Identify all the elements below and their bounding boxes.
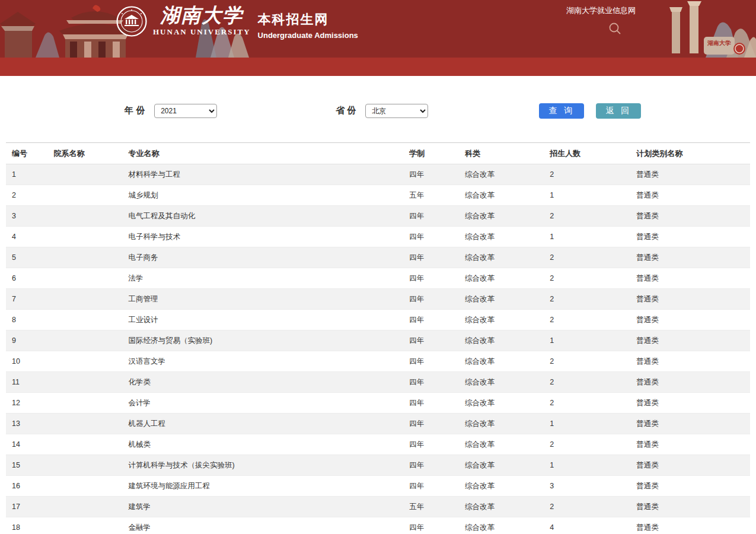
table-cell: 四年 — [403, 372, 459, 393]
table-cell — [48, 289, 123, 310]
table-cell: 工业设计 — [123, 310, 404, 330]
table-cell: 电子科学与技术 — [123, 227, 404, 247]
table-cell: 1 — [544, 185, 630, 206]
table-cell: 会计学 — [123, 393, 404, 414]
pillars-mountain-illustration-icon: 湖南大学 — [649, 0, 756, 58]
table-row: 17建筑学五年综合改革2普通类 — [6, 497, 750, 517]
table-cell: 综合改革 — [459, 414, 544, 434]
table-cell: 建筑学 — [123, 497, 404, 517]
table-cell: 综合改革 — [459, 476, 544, 497]
table-cell: 13 — [6, 414, 48, 434]
table-cell: 6 — [6, 268, 48, 289]
table-cell: 普通类 — [630, 517, 750, 534]
table-cell — [48, 414, 123, 434]
table-cell: 2 — [544, 247, 630, 268]
table-cell — [48, 455, 123, 476]
table-cell: 9 — [6, 330, 48, 351]
table-cell — [48, 476, 123, 497]
table-cell: 普通类 — [630, 497, 750, 517]
table-row: 18金融学四年综合改革4普通类 — [6, 517, 750, 534]
table-cell — [48, 434, 123, 455]
table-cell: 普通类 — [630, 393, 750, 414]
table-cell: 综合改革 — [459, 497, 544, 517]
table-cell: 1 — [544, 414, 630, 434]
jobs-info-link[interactable]: 湖南大学就业信息网 — [566, 5, 636, 16]
table-cell: 金融学 — [123, 517, 404, 534]
table-cell: 普通类 — [630, 351, 750, 372]
table-cell: 普通类 — [630, 164, 750, 185]
table-row: 14机械类四年综合改革2普通类 — [6, 434, 750, 455]
table-cell: 综合改革 — [459, 268, 544, 289]
year-select[interactable]: 2021 — [154, 104, 217, 118]
table-cell: 4 — [6, 227, 48, 247]
table-cell: 化学类 — [123, 372, 404, 393]
table-cell: 国际经济与贸易（实验班) — [123, 330, 404, 351]
table-row: 16建筑环境与能源应用工程四年综合改革3普通类 — [6, 476, 750, 497]
search-icon[interactable] — [608, 22, 621, 35]
table-cell: 综合改革 — [459, 310, 544, 330]
table-cell: 2 — [544, 206, 630, 227]
university-logo: 湖南大学 HUNAN UNIVERSITY 本科招生网 Undergraduat… — [116, 5, 358, 40]
table-cell — [48, 185, 123, 206]
table-cell: 四年 — [403, 455, 459, 476]
table-cell: 工商管理 — [123, 289, 404, 310]
table-row: 15计算机科学与技术（拔尖实验班)四年综合改革1普通类 — [6, 455, 750, 476]
table-cell: 四年 — [403, 268, 459, 289]
table-cell — [48, 372, 123, 393]
majors-table: 编号院系名称专业名称学制科类招生人数计划类别名称 1材料科学与工程四年综合改革2… — [6, 142, 750, 534]
table-cell — [48, 330, 123, 351]
column-header: 招生人数 — [544, 143, 630, 164]
table-cell: 普通类 — [630, 434, 750, 455]
table-cell: 2 — [544, 434, 630, 455]
table-cell: 综合改革 — [459, 227, 544, 247]
results-table-container: 编号院系名称专业名称学制科类招生人数计划类别名称 1材料科学与工程四年综合改革2… — [6, 142, 750, 534]
svg-text:湖南大学: 湖南大学 — [707, 40, 731, 46]
table-cell: 四年 — [403, 351, 459, 372]
table-cell: 四年 — [403, 434, 459, 455]
table-cell: 普通类 — [630, 268, 750, 289]
table-cell: 综合改革 — [459, 206, 544, 227]
query-button[interactable]: 查 询 — [539, 103, 584, 119]
table-row: 6法学四年综合改革2普通类 — [6, 268, 750, 289]
table-cell — [48, 497, 123, 517]
table-cell: 综合改革 — [459, 330, 544, 351]
table-cell: 17 — [6, 497, 48, 517]
back-button[interactable]: 返 回 — [596, 103, 641, 119]
table-cell: 综合改革 — [459, 185, 544, 206]
table-cell: 普通类 — [630, 227, 750, 247]
column-header: 编号 — [6, 143, 48, 164]
table-cell: 11 — [6, 372, 48, 393]
table-cell: 2 — [544, 268, 630, 289]
table-cell: 四年 — [403, 289, 459, 310]
table-cell: 3 — [544, 476, 630, 497]
province-select[interactable]: 北京 — [365, 104, 428, 118]
site-header: 湖南大学 湖南大学 HUNAN UNIVERSITY 本科招生网 Undergr… — [0, 0, 756, 58]
table-cell: 普通类 — [630, 455, 750, 476]
table-cell: 机械类 — [123, 434, 404, 455]
table-row: 9国际经济与贸易（实验班)四年综合改革1普通类 — [6, 330, 750, 351]
table-row: 10汉语言文学四年综合改革2普通类 — [6, 351, 750, 372]
table-cell — [48, 247, 123, 268]
table-cell: 综合改革 — [459, 351, 544, 372]
table-cell: 2 — [544, 164, 630, 185]
table-cell: 四年 — [403, 476, 459, 497]
year-label: 年 份 — [125, 105, 145, 116]
table-cell: 普通类 — [630, 206, 750, 227]
table-cell: 2 — [544, 310, 630, 330]
table-row: 12会计学四年综合改革2普通类 — [6, 393, 750, 414]
table-cell — [48, 393, 123, 414]
table-cell: 四年 — [403, 517, 459, 534]
table-cell: 综合改革 — [459, 247, 544, 268]
table-cell: 7 — [6, 289, 48, 310]
site-title-en: Undergraduate Admissions — [258, 31, 358, 40]
table-cell: 法学 — [123, 268, 404, 289]
table-cell: 综合改革 — [459, 393, 544, 414]
table-cell: 计算机科学与技术（拔尖实验班) — [123, 455, 404, 476]
query-form: 年 份 2021 省 份 北京 查 询 返 回 — [0, 103, 756, 119]
table-cell: 普通类 — [630, 414, 750, 434]
table-cell — [48, 206, 123, 227]
table-cell: 2 — [544, 497, 630, 517]
table-cell: 1 — [544, 227, 630, 247]
table-cell: 四年 — [403, 393, 459, 414]
table-cell: 普通类 — [630, 330, 750, 351]
